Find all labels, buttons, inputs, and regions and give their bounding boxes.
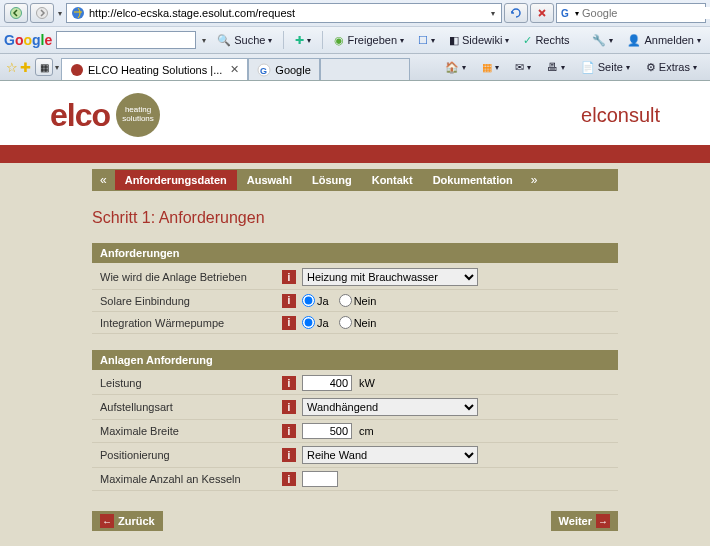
search-provider-dropdown[interactable]: G▾ (561, 7, 579, 19)
main-nav: « Anforderungsdaten Auswahl Lösung Konta… (92, 169, 618, 191)
nav-auswahl[interactable]: Auswahl (237, 170, 302, 190)
search-label: Suche (234, 34, 265, 46)
nav-anforderungsdaten[interactable]: Anforderungsdaten (115, 170, 237, 190)
extras-menu[interactable]: ⚙Extras▾ (641, 59, 702, 76)
logo-text: elco (50, 97, 110, 134)
search-input[interactable] (582, 7, 710, 19)
svg-point-5 (71, 64, 83, 76)
url-dropdown[interactable]: ▾ (489, 9, 497, 18)
radio-solar-nein[interactable] (339, 294, 352, 307)
svg-text:G: G (260, 66, 267, 76)
label-positionierung: Positionierung (92, 449, 282, 461)
home-button[interactable]: 🏠▾ (440, 59, 471, 76)
step-title: Schritt 1: Anforderungen (92, 209, 618, 227)
rights-label: Rechts (535, 34, 569, 46)
input-breite[interactable] (302, 423, 352, 439)
svg-text:G: G (561, 8, 569, 19)
arrow-left-icon: ← (100, 514, 114, 528)
info-icon[interactable]: i (282, 400, 296, 414)
tab-label: Google (275, 64, 310, 76)
tab-label: ELCO Heating Solutions |... (88, 64, 222, 76)
radio-label: Nein (354, 317, 377, 329)
browser-search[interactable]: G▾ 🔍 (556, 3, 706, 23)
nav-prev[interactable]: « (92, 173, 115, 187)
radio-solar-ja[interactable] (302, 294, 315, 307)
settings-button[interactable]: 🔧▾ (587, 32, 618, 49)
section2-header: Anlagen Anforderung (92, 350, 618, 370)
favorites-icon[interactable]: ☆ (6, 60, 18, 75)
nav-loesung[interactable]: Lösung (302, 170, 362, 190)
unit-kw: kW (359, 377, 375, 389)
next-label: Weiter (559, 515, 592, 527)
input-kessel[interactable] (302, 471, 338, 487)
nav-next[interactable]: » (523, 173, 546, 187)
back-label: Zurück (118, 515, 155, 527)
section1-header: Anforderungen (92, 243, 618, 263)
label-leistung: Leistung (92, 377, 282, 389)
label-solar: Solare Einbindung (92, 295, 282, 307)
google-search-button[interactable]: 🔍Suche▾ (212, 32, 277, 49)
refresh-button[interactable] (504, 3, 528, 23)
page-menu[interactable]: 📄Seite▾ (576, 59, 635, 76)
elco-favicon (70, 63, 84, 77)
nav-kontakt[interactable]: Kontakt (362, 170, 423, 190)
info-icon[interactable]: i (282, 472, 296, 486)
url-input[interactable] (89, 7, 485, 19)
select-aufstellung[interactable]: Wandhängend (302, 398, 478, 416)
info-icon[interactable]: i (282, 376, 296, 390)
feeds-button[interactable]: ▦▾ (477, 59, 504, 76)
label-breite: Maximale Breite (92, 425, 282, 437)
label-kessel: Maximale Anzahl an Kesseln (92, 473, 282, 485)
print-button[interactable]: 🖶▾ (542, 59, 570, 76)
radio-wp-nein[interactable] (339, 316, 352, 329)
close-tab-icon[interactable]: ✕ (226, 63, 239, 76)
share-label: Freigeben (347, 34, 397, 46)
product-name: elconsult (581, 104, 660, 127)
tab-list-button[interactable]: ▦ (35, 58, 53, 76)
google-toolbar-search[interactable] (56, 31, 196, 49)
info-icon[interactable]: i (282, 424, 296, 438)
forward-button[interactable] (30, 3, 54, 23)
next-button[interactable]: Weiter → (551, 511, 618, 531)
tab-new[interactable] (320, 58, 410, 80)
info-icon[interactable]: i (282, 294, 296, 308)
login-button[interactable]: 👤Anmelden▾ (622, 32, 706, 49)
info-icon[interactable]: i (282, 316, 296, 330)
select-positionierung[interactable]: Reihe Wand (302, 446, 478, 464)
stop-button[interactable] (530, 3, 554, 23)
tab-list-dropdown[interactable]: ▾ (53, 63, 61, 72)
info-icon[interactable]: i (282, 448, 296, 462)
more-button[interactable]: ✚▾ (290, 32, 316, 49)
input-leistung[interactable] (302, 375, 352, 391)
arrow-right-icon: → (596, 514, 610, 528)
mail-button[interactable]: ✉▾ (510, 59, 536, 76)
back-button[interactable]: ← Zurück (92, 511, 163, 531)
tab-elco[interactable]: ELCO Heating Solutions |... ✕ (61, 58, 248, 80)
google-favicon: G (257, 63, 271, 77)
google-search-dropdown[interactable]: ▾ (200, 36, 208, 45)
label-waermepumpe: Integration Wärmepumpe (92, 317, 282, 329)
bookmark-button[interactable]: ☐▾ (413, 32, 440, 49)
label-aufstellung: Aufstellungsart (92, 401, 282, 413)
nav-dokumentation[interactable]: Dokumentation (423, 170, 523, 190)
logo: elco heating solutions (50, 93, 160, 137)
logo-badge: heating solutions (116, 93, 160, 137)
page-label: Seite (598, 61, 623, 73)
login-label: Anmelden (644, 34, 694, 46)
info-icon[interactable]: i (282, 270, 296, 284)
label-betrieb: Wie wird die Anlage Betrieben (92, 271, 282, 283)
svg-point-1 (37, 8, 48, 19)
add-favorites-icon[interactable]: ✚ (20, 60, 31, 75)
sidewiki-button[interactable]: ◧Sidewiki▾ (444, 32, 514, 49)
radio-wp-ja[interactable] (302, 316, 315, 329)
share-button[interactable]: ◉Freigeben▾ (329, 32, 409, 49)
history-dropdown[interactable]: ▾ (56, 9, 64, 18)
rights-button[interactable]: ✓Rechts (518, 32, 574, 49)
tab-google[interactable]: G Google (248, 58, 319, 80)
sidewiki-label: Sidewiki (462, 34, 502, 46)
back-button[interactable] (4, 3, 28, 23)
svg-point-0 (11, 8, 22, 19)
radio-label: Ja (317, 295, 329, 307)
address-bar[interactable]: ▾ (66, 3, 502, 23)
select-betrieb[interactable]: Heizung mit Brauchwasser (302, 268, 478, 286)
